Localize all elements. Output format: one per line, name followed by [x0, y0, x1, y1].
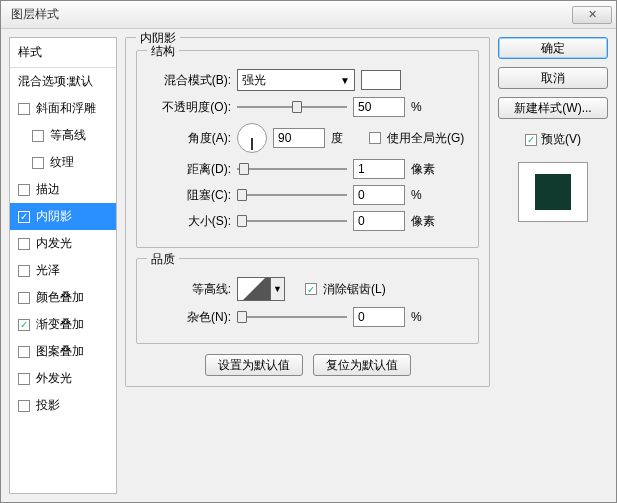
distance-unit: 像素	[411, 161, 443, 178]
sidebar-item[interactable]: 斜面和浮雕	[10, 95, 116, 122]
sidebar-item[interactable]: 外发光	[10, 365, 116, 392]
sidebar-item[interactable]: 内发光	[10, 230, 116, 257]
checkbox-icon[interactable]	[18, 184, 30, 196]
sidebar-item-label: 光泽	[36, 262, 60, 279]
sidebar-header: 样式	[10, 38, 116, 68]
structure-legend: 结构	[147, 43, 179, 60]
contour-label: 等高线:	[147, 281, 231, 298]
blend-mode-label: 混合模式(B):	[147, 72, 231, 89]
checkbox-icon[interactable]	[32, 157, 44, 169]
right-column: 确定 取消 新建样式(W)... ✓ 预览(V)	[498, 37, 608, 494]
noise-unit: %	[411, 310, 443, 324]
shadow-color-swatch[interactable]	[361, 70, 401, 90]
size-label: 大小(S):	[147, 213, 231, 230]
quality-group: 品质 等高线: ▼ ✓ 消除锯齿(L) 杂色(N):	[136, 258, 479, 344]
checkbox-icon[interactable]	[18, 103, 30, 115]
sidebar-item-label: 纹理	[50, 154, 74, 171]
sidebar-item-label: 等高线	[50, 127, 86, 144]
new-style-button[interactable]: 新建样式(W)...	[498, 97, 608, 119]
choke-slider[interactable]	[237, 188, 347, 202]
cancel-button[interactable]: 取消	[498, 67, 608, 89]
checkbox-icon[interactable]	[18, 346, 30, 358]
checkbox-icon[interactable]	[18, 400, 30, 412]
noise-slider[interactable]	[237, 310, 347, 324]
noise-input[interactable]	[353, 307, 405, 327]
set-default-button[interactable]: 设置为默认值	[205, 354, 303, 376]
choke-input[interactable]	[353, 185, 405, 205]
checkbox-icon[interactable]	[18, 292, 30, 304]
sidebar-item-label: 内阴影	[36, 208, 72, 225]
size-input[interactable]	[353, 211, 405, 231]
sidebar-blend-defaults[interactable]: 混合选项:默认	[10, 68, 116, 95]
opacity-slider[interactable]	[237, 100, 347, 114]
angle-label: 角度(A):	[147, 130, 231, 147]
sidebar-item[interactable]: ✓渐变叠加	[10, 311, 116, 338]
choke-unit: %	[411, 188, 443, 202]
contour-dropdown[interactable]: ▼	[271, 277, 285, 301]
global-light-label: 使用全局光(G)	[387, 130, 464, 147]
layer-style-dialog: 图层样式 ✕ 样式 混合选项:默认 斜面和浮雕等高线纹理描边✓内阴影内发光光泽颜…	[0, 0, 617, 503]
antialias-label: 消除锯齿(L)	[323, 281, 386, 298]
checkbox-icon[interactable]: ✓	[18, 211, 30, 223]
noise-label: 杂色(N):	[147, 309, 231, 326]
sidebar-item-label: 外发光	[36, 370, 72, 387]
center-panel: 内阴影 结构 混合模式(B): 强光 ▼ 不透明度(O):	[125, 37, 490, 494]
angle-unit: 度	[331, 130, 363, 147]
sidebar-item-label: 描边	[36, 181, 60, 198]
close-icon: ✕	[588, 8, 597, 21]
checkbox-icon[interactable]: ✓	[18, 319, 30, 331]
sidebar-item-label: 图案叠加	[36, 343, 84, 360]
preview-checkbox[interactable]: ✓	[525, 134, 537, 146]
sidebar-item[interactable]: 投影	[10, 392, 116, 419]
style-sidebar: 样式 混合选项:默认 斜面和浮雕等高线纹理描边✓内阴影内发光光泽颜色叠加✓渐变叠…	[9, 37, 117, 494]
checkbox-icon[interactable]	[18, 238, 30, 250]
sidebar-item-label: 渐变叠加	[36, 316, 84, 333]
titlebar: 图层样式 ✕	[1, 1, 616, 29]
structure-group: 结构 混合模式(B): 强光 ▼ 不透明度(O): %	[136, 50, 479, 248]
sidebar-item[interactable]: ✓内阴影	[10, 203, 116, 230]
sidebar-item-label: 颜色叠加	[36, 289, 84, 306]
close-button[interactable]: ✕	[572, 6, 612, 24]
size-slider[interactable]	[237, 214, 347, 228]
chevron-down-icon: ▼	[340, 75, 350, 86]
dialog-title: 图层样式	[11, 6, 572, 23]
checkbox-icon[interactable]	[18, 265, 30, 277]
blend-mode-select[interactable]: 强光 ▼	[237, 69, 355, 91]
distance-slider[interactable]	[237, 162, 347, 176]
dialog-body: 样式 混合选项:默认 斜面和浮雕等高线纹理描边✓内阴影内发光光泽颜色叠加✓渐变叠…	[1, 29, 616, 502]
angle-dial[interactable]	[237, 123, 267, 153]
choke-label: 阻塞(C):	[147, 187, 231, 204]
contour-picker[interactable]	[237, 277, 271, 301]
sidebar-item[interactable]: 描边	[10, 176, 116, 203]
opacity-input[interactable]	[353, 97, 405, 117]
sidebar-item[interactable]: 等高线	[10, 122, 116, 149]
sidebar-item[interactable]: 纹理	[10, 149, 116, 176]
antialias-checkbox[interactable]: ✓	[305, 283, 317, 295]
distance-input[interactable]	[353, 159, 405, 179]
global-light-checkbox[interactable]	[369, 132, 381, 144]
checkbox-icon[interactable]	[18, 373, 30, 385]
checkbox-icon[interactable]	[32, 130, 44, 142]
panel-outer: 内阴影 结构 混合模式(B): 强光 ▼ 不透明度(O):	[125, 37, 490, 387]
sidebar-item-label: 内发光	[36, 235, 72, 252]
sidebar-item-label: 斜面和浮雕	[36, 100, 96, 117]
ok-button[interactable]: 确定	[498, 37, 608, 59]
sidebar-item[interactable]: 光泽	[10, 257, 116, 284]
angle-input[interactable]	[273, 128, 325, 148]
opacity-label: 不透明度(O):	[147, 99, 231, 116]
preview-swatch	[518, 162, 588, 222]
distance-label: 距离(D):	[147, 161, 231, 178]
sidebar-item[interactable]: 图案叠加	[10, 338, 116, 365]
blend-mode-value: 强光	[242, 72, 266, 89]
quality-legend: 品质	[147, 251, 179, 268]
sidebar-item[interactable]: 颜色叠加	[10, 284, 116, 311]
opacity-unit: %	[411, 100, 443, 114]
preview-label: 预览(V)	[541, 131, 581, 148]
sidebar-item-label: 投影	[36, 397, 60, 414]
size-unit: 像素	[411, 213, 443, 230]
reset-default-button[interactable]: 复位为默认值	[313, 354, 411, 376]
